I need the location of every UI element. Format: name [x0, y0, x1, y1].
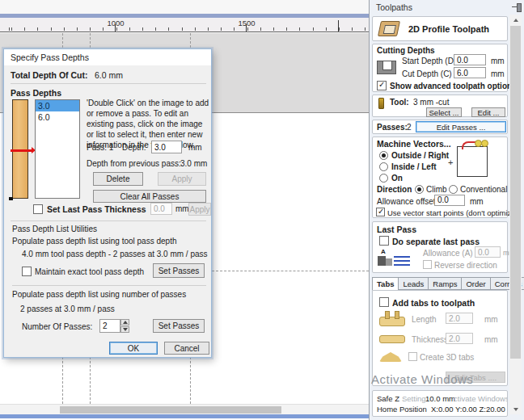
cut-depth-unit: mm — [491, 69, 505, 78]
prev-pass-label: Depth from previous pass: — [87, 159, 181, 168]
pass-depth-list-item-selected[interactable]: 3.0 — [36, 100, 79, 111]
create-3d-tabs-label: Create 3D tabs — [420, 353, 474, 362]
safe-z-label: Safe Z — [377, 394, 399, 403]
watermark-fragment: ctivate Windows. — [454, 394, 508, 403]
populate-tool-pass-label: Populate pass depth list using tool pass… — [12, 237, 176, 246]
horizontal-scrollbar-thumb[interactable] — [60, 406, 281, 414]
tool-select-button[interactable]: Select ... — [426, 107, 462, 117]
toolpath-header-title: 2D Profile Toolpath — [408, 24, 489, 34]
conventional-radio[interactable] — [449, 185, 458, 194]
panel-scrollbar[interactable] — [509, 15, 522, 414]
last-pass-diagram-icon — [381, 246, 386, 255]
spinner-up-button[interactable] — [120, 319, 129, 326]
ruler-label-1000: 1000 — [99, 19, 132, 27]
machine-vectors-title: Machine Vectors... — [377, 139, 451, 149]
inside-left-radio[interactable] — [379, 162, 388, 171]
allowance-offset-label: Allowance offset — [377, 197, 436, 206]
cut-depth-input[interactable] — [454, 67, 486, 78]
spinner-down-button[interactable] — [120, 326, 129, 333]
cut-depth-label: Cut Depth (C) — [402, 69, 452, 78]
watermark-fragment: Setting — [402, 394, 426, 403]
pin-icon[interactable] — [512, 3, 522, 11]
maintain-exact-label[interactable]: Maintain exact tool pass depth — [35, 267, 144, 276]
ruler-major-tick — [246, 24, 247, 32]
ruler-edge-marker — [338, 20, 339, 32]
tabs-tab-content: Add tabs to toolpath Length mm Thickness… — [372, 290, 508, 386]
edit-passes-button[interactable]: Edit Passes ... — [416, 121, 506, 132]
passes-box: Passes: 2 Edit Passes ... — [372, 120, 508, 134]
conventional-label[interactable]: Conventional — [460, 185, 507, 194]
separate-last-pass-checkbox[interactable] — [379, 236, 389, 246]
tab-thickness-unit: mm — [484, 335, 498, 344]
number-of-passes-label: Number Of Passes: — [22, 322, 92, 331]
add-tabs-label[interactable]: Add tabs to toolpath — [392, 298, 475, 308]
climb-label[interactable]: Climb — [426, 185, 447, 194]
set-passes-tool-button[interactable]: Set Passes — [153, 263, 205, 278]
tab-leads[interactable]: Leads — [399, 277, 429, 290]
num-pass-summary: 2 passes at 3.0 mm / pass — [20, 304, 115, 313]
create-3d-tabs-icon — [379, 352, 402, 362]
depth-input[interactable] — [151, 141, 182, 153]
window-bottom-border — [0, 414, 370, 418]
last-pass-diagram-icon — [394, 260, 410, 262]
set-last-pass-label[interactable]: Set Last Pass Thickness — [47, 204, 146, 214]
passes-value: 2 — [407, 123, 412, 132]
add-tabs-checkbox[interactable] — [379, 297, 389, 307]
panel-scrollbar-thumb[interactable] — [510, 26, 521, 359]
direction-label: Direction — [377, 185, 412, 194]
total-depth-value: 6.0 mm — [95, 70, 123, 80]
guide-line-horizontal — [212, 271, 369, 271]
last-pass-allowance-label: Allowance (A) — [423, 249, 473, 258]
on-label[interactable]: On — [391, 174, 403, 183]
scroll-down-button[interactable] — [509, 404, 522, 414]
position-footer-box: Safe Z Setting 10.0 mm ctivate Windows. … — [372, 390, 508, 417]
ok-button[interactable]: OK — [109, 342, 158, 355]
depth-unit: mm — [188, 143, 202, 152]
utilities-section-label: Pass Depth List Utilities — [12, 225, 97, 233]
pass-depth-list[interactable]: 3.0 6.0 — [35, 99, 80, 199]
tab-ramps[interactable]: Ramps — [429, 277, 462, 290]
tab-tabs[interactable]: Tabs — [372, 277, 399, 291]
on-radio[interactable] — [379, 174, 388, 183]
material-corner-handle — [9, 197, 13, 200]
tool-edit-button[interactable]: Edit ... — [471, 107, 505, 117]
last-pass-thickness-input — [150, 203, 172, 215]
separate-last-pass-label[interactable]: Do separate last pass — [392, 237, 480, 246]
tab-thickness-input — [446, 333, 473, 344]
cutting-depths-icon — [377, 61, 396, 74]
set-last-pass-checkbox[interactable] — [33, 204, 43, 214]
vector-start-checkbox[interactable] — [376, 208, 385, 216]
pass-depth-list-item[interactable]: 6.0 — [36, 111, 79, 123]
number-of-passes-input[interactable] — [99, 319, 120, 333]
scroll-up-button[interactable] — [509, 15, 522, 25]
start-depth-unit: mm — [491, 57, 505, 65]
dialog-titlebar[interactable]: Specify Pass Depths — [4, 49, 211, 65]
start-depth-input[interactable] — [454, 54, 486, 65]
vector-start-label[interactable]: Use vector start points (don't optimize) — [387, 208, 518, 217]
tab-order[interactable]: Order — [462, 277, 490, 290]
horizontal-scrollbar[interactable] — [0, 404, 369, 414]
climb-radio[interactable] — [415, 185, 424, 194]
toolpaths-panel: Toolpaths 2D Profile Toolpath Cutting De… — [370, 0, 524, 420]
cancel-button[interactable]: Cancel — [164, 342, 209, 355]
total-depth-label: Total Depth Of Cut: — [11, 70, 87, 80]
delete-button[interactable]: Delete — [93, 172, 143, 186]
outside-right-radio[interactable] — [379, 151, 388, 160]
divider — [11, 83, 206, 84]
clear-all-passes-button[interactable]: Clear All Passes — [93, 190, 206, 203]
toolpath-header-box: 2D Profile Toolpath — [372, 16, 508, 41]
last-pass-diagram-icon — [394, 264, 410, 266]
inside-left-label[interactable]: Inside / Left — [391, 162, 437, 171]
prev-pass-value: 3.0 mm — [180, 159, 207, 168]
advanced-options-checkbox[interactable] — [377, 81, 387, 90]
create-3d-tabs-checkbox — [408, 352, 417, 361]
set-passes-number-button[interactable]: Set Passes — [153, 319, 205, 333]
maintain-exact-checkbox[interactable] — [22, 267, 32, 276]
tool-box: Tool: 3 mm -cut Select ... Edit ... — [372, 94, 508, 117]
pass-number-label: Pass: 1 — [87, 143, 113, 152]
machine-vectors-box: Machine Vectors... Outside / Right Insid… — [372, 136, 508, 218]
outside-right-label[interactable]: Outside / Right — [391, 151, 449, 160]
allowance-offset-input[interactable]: 0.0 — [434, 195, 465, 206]
last-pass-thickness-unit: mm — [175, 204, 189, 213]
advanced-options-label[interactable]: Show advanced toolpath options — [390, 82, 517, 90]
